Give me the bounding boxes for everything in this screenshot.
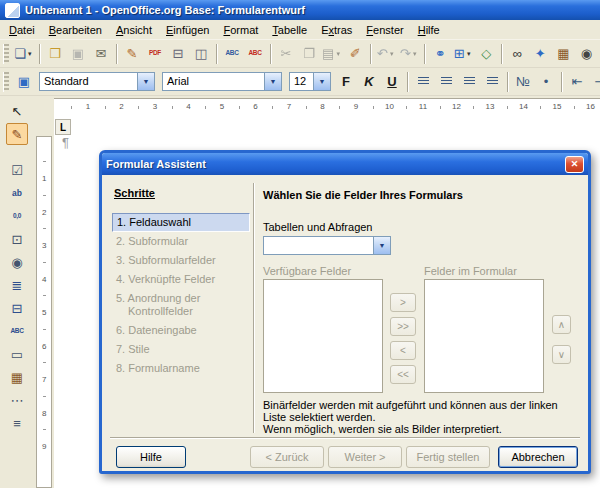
wizard-step[interactable]: 3. Subformularfelder — [112, 251, 250, 270]
copy-button[interactable]: ❐ — [298, 43, 320, 65]
close-icon[interactable]: ✕ — [565, 156, 584, 173]
wizard-step[interactable]: 1. Feldauswahl — [112, 213, 250, 232]
image-control-button[interactable]: ▦ — [6, 366, 28, 388]
document-as-email-button[interactable]: ✉ — [90, 43, 112, 65]
form-fields-list[interactable] — [424, 279, 544, 393]
horizontal-ruler[interactable]: 12345678910111213141516 — [54, 98, 600, 116]
menu-extras[interactable]: Extras — [314, 21, 359, 39]
menu-einfgen[interactable]: Einfügen — [159, 21, 216, 39]
option-button-button[interactable]: ◉ — [6, 251, 28, 273]
insert-table-button[interactable]: ⊞▾ — [452, 43, 474, 65]
dlg-finish-button[interactable]: Fertig stellen — [406, 446, 490, 468]
hruler-number: 1 — [86, 102, 90, 111]
menu-hilfe[interactable]: Hilfe — [411, 21, 447, 39]
toolbar-grip[interactable] — [3, 44, 9, 64]
align-justify-icon — [487, 77, 498, 86]
hyperlink-button[interactable]: ⚭ — [429, 43, 451, 65]
decrease-indent-button[interactable]: ⇤ — [566, 71, 588, 93]
vruler-number: 8 — [42, 408, 46, 417]
menu-format[interactable]: Format — [216, 21, 265, 39]
group-box-button[interactable]: ▭ — [6, 343, 28, 365]
paragraph-style-select[interactable]: Standard ▼ — [39, 72, 155, 91]
menu-datei[interactable]: Datei — [2, 21, 42, 39]
gallery-button[interactable]: ▦ — [552, 43, 574, 65]
page-preview-button[interactable]: ◫ — [190, 43, 212, 65]
show-draw-functions-button[interactable]: ◇ — [475, 43, 497, 65]
increase-indent-button[interactable]: ⇥ — [589, 71, 600, 93]
numbering-button[interactable]: № — [512, 71, 534, 93]
push-button-button[interactable]: ⊡ — [6, 228, 28, 250]
move-down-button[interactable]: ∨ — [552, 345, 571, 364]
paste-button[interactable]: ▤▾ — [321, 43, 343, 65]
align-left-button[interactable] — [412, 71, 434, 93]
dlg-back-button[interactable]: < Zurück — [250, 446, 324, 468]
cut-button[interactable]: ✂ — [275, 43, 297, 65]
export-pdf-button[interactable]: PDF — [144, 43, 166, 65]
underline-button[interactable]: U — [381, 71, 403, 93]
dialog-titlebar[interactable]: Formular Assistent ✕ — [102, 153, 588, 175]
print-button[interactable]: ⊟ — [167, 43, 189, 65]
standard-toolbar: ❏▾❒▣✉✎PDF⊟◫ABCABC✂❐▤▾✐↶▾↷▾⚭⊞▾◇∞✦▦◉ — [0, 40, 600, 68]
more-controls-button[interactable]: ⋯ — [6, 389, 28, 411]
font-size-select[interactable]: 12 ▼ — [289, 72, 331, 91]
move-up-button[interactable]: ∧ — [552, 315, 571, 334]
new-document-button[interactable]: ❏▾ — [13, 43, 35, 65]
navigator-button[interactable]: ✦ — [529, 43, 551, 65]
italic-button[interactable]: K — [358, 71, 380, 93]
styles-window-icon: ▣ — [18, 75, 30, 88]
styles-window-button[interactable]: ▣ — [13, 71, 35, 93]
bold-button[interactable]: F — [335, 71, 357, 93]
edit-file-button[interactable]: ✎ — [121, 43, 143, 65]
redo-button[interactable]: ↷▾ — [398, 43, 420, 65]
align-justify-button[interactable] — [481, 71, 503, 93]
dlg-cancel-button[interactable]: Abbrechen — [498, 446, 578, 468]
font-name-select[interactable]: Arial ▼ — [162, 72, 282, 91]
wizard-step[interactable]: 2. Subformular — [112, 232, 250, 251]
menu-fenster[interactable]: Fenster — [359, 21, 410, 39]
save-document-button[interactable]: ▣ — [67, 43, 89, 65]
paragraph-mark: ¶ — [62, 135, 69, 150]
check-box-button[interactable]: ☑ — [6, 159, 28, 181]
design-mode-button[interactable]: ✎ — [6, 123, 28, 145]
menu-ansicht[interactable]: Ansicht — [109, 21, 159, 39]
toolbar-grip[interactable] — [3, 72, 9, 92]
move-right-button[interactable]: > — [390, 293, 416, 312]
bullets-button[interactable]: • — [535, 71, 557, 93]
find-replace-button[interactable]: ∞ — [506, 43, 528, 65]
available-fields-list[interactable] — [263, 279, 383, 393]
window-titlebar[interactable]: Unbenannt 1 - OpenOffice.org Base: Formu… — [0, 0, 600, 20]
wizard-step[interactable]: 4. Verknüpfte Felder — [112, 270, 250, 289]
formatted-field-button[interactable]: 0,0 — [6, 205, 28, 227]
tables-queries-select[interactable]: ▼ — [263, 236, 391, 255]
format-paintbrush-button[interactable]: ✐ — [344, 43, 366, 65]
copy-icon: ❐ — [303, 47, 315, 60]
undo-button[interactable]: ↶▾ — [375, 43, 397, 65]
wizard-step[interactable]: 5. Anordnung der Kontrollfelder — [112, 289, 250, 321]
menu-bearbeiten[interactable]: Bearbeiten — [42, 21, 109, 39]
dlg-help-button[interactable]: Hilfe — [116, 446, 186, 468]
menu-tabelle[interactable]: Tabelle — [265, 21, 314, 39]
vertical-ruler[interactable]: 123456789 — [36, 136, 52, 488]
form-navigator-button[interactable]: ≡ — [6, 412, 28, 434]
move-left-button[interactable]: < — [390, 341, 416, 360]
combo-box-button[interactable]: ⊟ — [6, 297, 28, 319]
dropdown-arrow-icon: ▾ — [334, 50, 342, 58]
select-button[interactable]: ↖ — [6, 100, 28, 122]
wizard-step[interactable]: 7. Stile — [112, 340, 250, 359]
label-field-button[interactable]: ABC — [6, 320, 28, 342]
zoom-button[interactable]: ◉ — [575, 43, 597, 65]
auto-spellcheck-button[interactable]: ABC — [244, 43, 266, 65]
wizard-step[interactable]: 6. Dateneingabe — [112, 321, 250, 340]
design-mode-icon: ✎ — [12, 128, 23, 141]
open-document-button[interactable]: ❒ — [44, 43, 66, 65]
wizard-step[interactable]: 8. Formularname — [112, 359, 250, 378]
spellcheck-button[interactable]: ABC — [221, 43, 243, 65]
move-all-left-button[interactable]: << — [390, 365, 416, 384]
dlg-next-button[interactable]: Weiter > — [328, 446, 402, 468]
move-all-right-button[interactable]: >> — [390, 317, 416, 336]
align-center-button[interactable] — [435, 71, 457, 93]
tab-stop-selector[interactable]: L — [55, 119, 71, 135]
align-right-button[interactable] — [458, 71, 480, 93]
text-box-button[interactable]: ab — [6, 182, 28, 204]
list-box-button[interactable]: ≣ — [6, 274, 28, 296]
